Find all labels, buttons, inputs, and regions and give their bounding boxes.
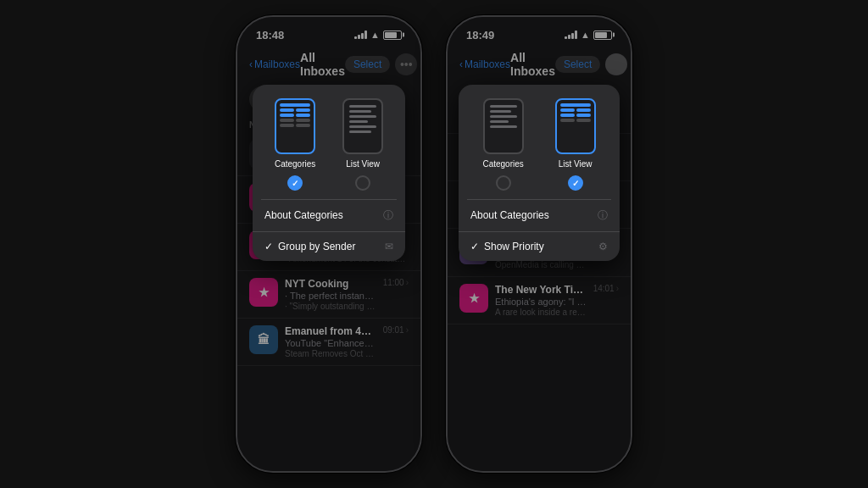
categories-icon-2 [483, 98, 524, 154]
categories-icon [275, 98, 315, 154]
listview-label: List View [346, 159, 380, 169]
info-icon-2: ⓘ [598, 208, 608, 223]
phone-2: 18:49 ▲ ‹ Ma [446, 15, 632, 473]
popup-views-1: Categories [253, 85, 405, 199]
categories-label: Categories [275, 159, 315, 169]
listview-radio-2[interactable] [568, 175, 583, 191]
categories-option[interactable]: Categories [275, 98, 315, 191]
phone-1: 18:48 ▲ ‹ Ma [236, 15, 422, 473]
popup-card-2: Categories [459, 85, 620, 261]
show-priority-item[interactable]: ✓ Show Priority ⚙ [459, 232, 620, 261]
categories-radio-2[interactable] [496, 175, 511, 191]
listview-option[interactable]: List View [342, 98, 383, 191]
listview-radio[interactable] [355, 175, 370, 191]
screenshot-container: 18:48 ▲ ‹ Ma [0, 0, 868, 488]
listview-label-2: List View [559, 159, 593, 169]
popup-overlay-2[interactable]: Categories [448, 17, 631, 471]
about-label: About Categories [264, 209, 343, 221]
gear-icon: ⚙ [598, 241, 608, 252]
group-label: Group by Sender [278, 241, 385, 252]
popup-card-1: Categories [253, 85, 405, 261]
about-categories-item[interactable]: About Categories ⓘ [253, 200, 405, 232]
checkmark-icon-2: ✓ [470, 241, 479, 252]
checkmark-icon: ✓ [264, 241, 273, 252]
listview-option-2[interactable]: List View [555, 98, 596, 191]
about-categories-item-2[interactable]: About Categories ⓘ [459, 200, 620, 232]
categories-option-2[interactable]: Categories [482, 98, 523, 191]
popup-views-2: Categories [459, 85, 620, 199]
categories-radio[interactable] [287, 175, 303, 191]
about-label-2: About Categories [470, 209, 549, 221]
info-icon: ⓘ [383, 208, 393, 223]
envelope-icon: ✉ [385, 241, 393, 252]
popup-overlay-1[interactable]: Categories [237, 17, 420, 471]
listview-icon [342, 98, 383, 154]
categories-label-2: Categories [482, 159, 523, 169]
group-sender-item[interactable]: ✓ Group by Sender ✉ [253, 232, 405, 261]
show-priority-label: Show Priority [484, 241, 598, 252]
listview-icon-2 [555, 98, 596, 154]
